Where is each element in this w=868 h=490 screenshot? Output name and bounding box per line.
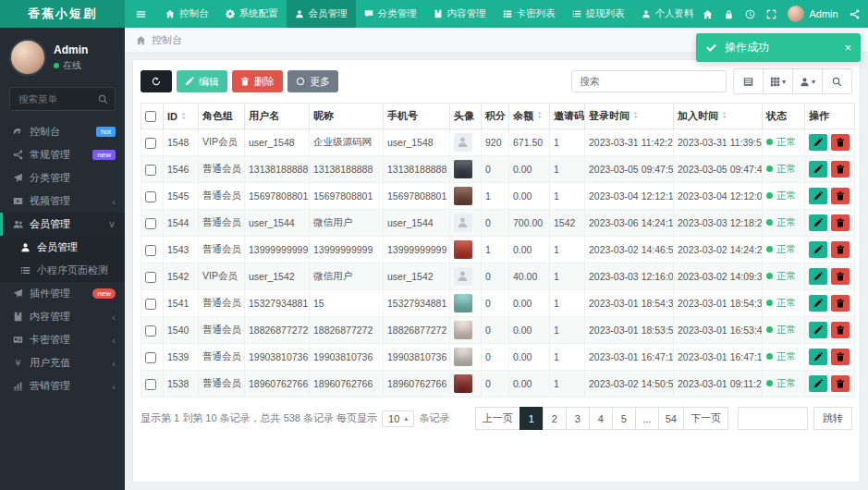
row-delete-button[interactable] — [831, 241, 850, 258]
cell-points: 0 — [482, 344, 509, 371]
row-edit-button[interactable] — [809, 349, 827, 365]
prev-page-button[interactable]: 上一页 — [475, 407, 520, 430]
share-icon[interactable] — [850, 9, 860, 19]
sidebar-item[interactable]: 营销管理‹ — [0, 374, 125, 398]
row-checkbox[interactable] — [145, 165, 156, 176]
row-checkbox[interactable] — [145, 138, 156, 149]
sidebar-item[interactable]: 内容管理‹ — [0, 305, 125, 328]
column-header-join[interactable]: 加入时间 — [674, 104, 763, 129]
page-size-select[interactable]: 10 ▴ — [382, 410, 414, 427]
table-search-input[interactable] — [571, 70, 727, 92]
toggle-view-button[interactable] — [733, 68, 764, 94]
row-delete-button[interactable] — [831, 295, 850, 312]
next-page-button[interactable]: 下一页 — [683, 407, 728, 430]
sidebar-subitem[interactable]: 会员管理 — [0, 236, 125, 259]
page-button[interactable]: 5 — [612, 407, 636, 430]
row-edit-button[interactable] — [809, 375, 827, 392]
refresh-button[interactable] — [141, 70, 172, 92]
sort-icon[interactable] — [721, 111, 727, 119]
sidebar-item[interactable]: 会员管理∨ — [0, 213, 125, 236]
row-checkbox[interactable] — [145, 245, 156, 256]
column-header-id[interactable]: ID — [164, 104, 199, 129]
delete-button[interactable]: 删除 — [232, 70, 283, 92]
export-button[interactable]: ▾ — [792, 68, 823, 94]
page-button[interactable]: 2 — [543, 407, 567, 430]
page-button[interactable]: 1 — [520, 407, 544, 430]
sidebar-item[interactable]: 控制台hot — [0, 120, 125, 143]
clock-icon[interactable] — [745, 9, 755, 19]
cell-username: user_1544 — [245, 210, 310, 237]
column-header-invite[interactable]: 邀请码 — [550, 104, 585, 129]
topnav-item[interactable]: 内容管理 — [425, 0, 495, 28]
column-header-points[interactable]: 积分 — [482, 104, 509, 129]
column-header-balance[interactable]: 余额 — [509, 104, 550, 129]
sort-icon[interactable] — [180, 112, 187, 120]
sidebar-item[interactable]: 常规管理new — [0, 143, 125, 166]
cell-ops — [805, 290, 855, 317]
row-checkbox[interactable] — [145, 218, 156, 229]
page-button[interactable]: 4 — [589, 407, 613, 430]
row-delete-button[interactable] — [831, 322, 850, 338]
sidebar-item[interactable]: ¥用户充值‹ — [0, 351, 125, 374]
sidebar-toggle-button[interactable] — [125, 0, 157, 28]
column-header-login[interactable]: 登录时间 — [585, 104, 674, 129]
row-edit-button[interactable] — [809, 295, 827, 312]
topnav-item[interactable]: 提现列表 — [564, 0, 633, 28]
topnav-item[interactable]: 系统配置 — [217, 0, 287, 28]
jump-button[interactable]: 跳转 — [813, 407, 852, 430]
close-icon[interactable]: × — [844, 42, 851, 54]
row-delete-button[interactable] — [831, 188, 850, 204]
row-checkbox[interactable] — [145, 352, 156, 363]
row-edit-button[interactable] — [809, 188, 827, 204]
row-delete-button[interactable] — [831, 375, 850, 392]
expand-icon[interactable] — [766, 9, 776, 19]
columns-button[interactable]: ▾ — [763, 68, 793, 94]
topnav-item[interactable]: 卡密列表 — [495, 0, 564, 28]
row-checkbox[interactable] — [145, 272, 156, 283]
row-edit-button[interactable] — [809, 161, 827, 178]
search-button[interactable] — [822, 68, 852, 94]
row-edit-button[interactable] — [809, 134, 827, 151]
row-delete-button[interactable] — [831, 268, 850, 285]
row-edit-button[interactable] — [809, 241, 827, 258]
topnav-item[interactable]: 控制台 — [157, 0, 217, 28]
home-icon[interactable] — [703, 9, 713, 19]
row-edit-button[interactable] — [809, 322, 827, 338]
row-edit-button[interactable] — [809, 268, 827, 285]
page-button[interactable]: 54 — [658, 407, 684, 430]
page-button[interactable]: 3 — [566, 407, 590, 430]
page-button[interactable]: ... — [635, 407, 659, 430]
row-checkbox[interactable] — [145, 191, 156, 202]
row-checkbox[interactable] — [145, 325, 156, 337]
row-delete-button[interactable] — [831, 214, 850, 231]
select-all-checkbox[interactable] — [145, 111, 156, 122]
sidebar-item[interactable]: 插件管理new — [0, 282, 125, 305]
topnav-item[interactable]: 分类管理 — [356, 0, 425, 28]
sidebar-subitem[interactable]: 小程序页面检测 — [0, 259, 125, 282]
row-delete-button[interactable] — [831, 349, 850, 365]
refresh-icon — [152, 77, 161, 86]
search-icon[interactable] — [98, 94, 108, 104]
row-checkbox[interactable] — [145, 379, 156, 390]
sidebar-item[interactable]: 视频管理‹ — [0, 190, 125, 213]
breadcrumb-home[interactable]: 控制台 — [152, 33, 182, 47]
sidebar-user-name: Admin — [54, 43, 88, 56]
more-button[interactable]: 更多 — [287, 70, 338, 92]
status-dot — [766, 192, 773, 199]
sort-icon[interactable] — [632, 111, 639, 119]
sidebar-search-input[interactable] — [17, 92, 98, 105]
chevron-left-icon: ‹ — [112, 312, 116, 323]
topnav-item[interactable]: 会员管理 — [287, 0, 356, 28]
sort-icon[interactable] — [536, 111, 543, 119]
row-delete-button[interactable] — [831, 161, 850, 178]
sidebar-item[interactable]: 分类管理 — [0, 166, 125, 190]
edit-button[interactable]: 编辑 — [177, 70, 227, 92]
sidebar-item[interactable]: 卡密管理‹ — [0, 328, 125, 351]
row-checkbox[interactable] — [145, 299, 156, 310]
user-menu[interactable]: Admin — [788, 6, 838, 22]
row-edit-button[interactable] — [809, 214, 827, 231]
row-delete-button[interactable] — [831, 134, 850, 151]
jump-page-input[interactable] — [738, 407, 808, 430]
topnav-item[interactable]: 个人资料 — [633, 0, 703, 28]
lock-icon[interactable] — [724, 9, 734, 19]
